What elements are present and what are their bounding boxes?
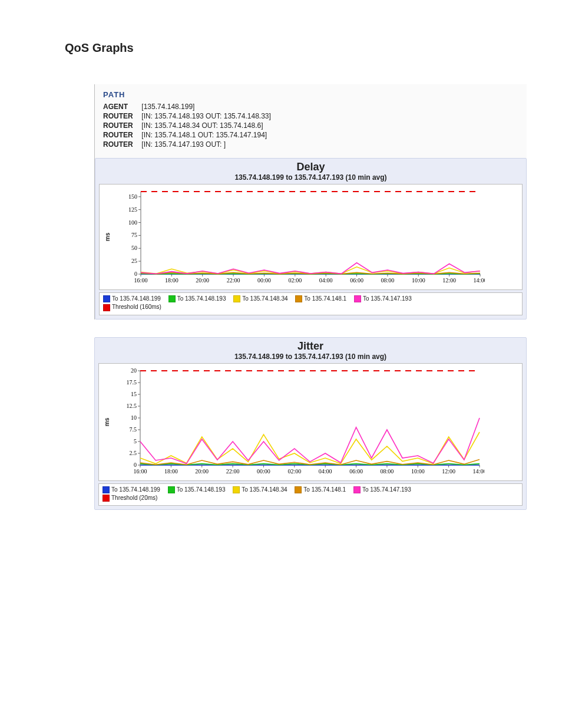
path-block: PATH AGENT [135.74.148.199] ROUTER [IN: … xyxy=(95,90,527,158)
svg-text:10: 10 xyxy=(131,414,137,421)
svg-text:08:00: 08:00 xyxy=(381,468,394,475)
delay-legend: To 135.74.148.199 To 135.74.148.193 To 1… xyxy=(99,292,523,315)
svg-text:10:00: 10:00 xyxy=(411,468,425,475)
legend-item: To 135.74.147.193 xyxy=(353,486,411,493)
legend-item: To 135.74.148.199 xyxy=(103,295,161,302)
svg-text:20: 20 xyxy=(131,367,137,374)
path-row: ROUTER [IN: 135.74.148.1 OUT: 135.74.147… xyxy=(103,131,518,139)
svg-text:10:00: 10:00 xyxy=(412,277,425,284)
page-title: QoS Graphs xyxy=(65,41,544,55)
svg-text:22:00: 22:00 xyxy=(226,468,240,475)
svg-text:150: 150 xyxy=(128,193,137,200)
path-heading: PATH xyxy=(103,90,518,99)
legend-item: To 135.74.148.34 xyxy=(233,295,287,302)
legend-item-threshold: Threshold (20ms) xyxy=(103,495,157,502)
jitter-chart-title: Jitter xyxy=(95,340,526,353)
svg-text:5: 5 xyxy=(134,438,137,444)
svg-text:12:00: 12:00 xyxy=(442,277,456,284)
svg-text:25: 25 xyxy=(131,258,137,264)
jitter-legend: To 135.74.148.199 To 135.74.148.193 To 1… xyxy=(98,483,523,506)
svg-text:15: 15 xyxy=(131,391,137,397)
delay-chart-title: Delay xyxy=(95,161,526,173)
svg-text:50: 50 xyxy=(131,245,137,251)
jitter-panel: Jitter 135.74.148.199 to 135.74.147.193 … xyxy=(94,337,527,510)
legend-item-threshold: Threshold (160ms) xyxy=(103,304,161,311)
svg-text:04:00: 04:00 xyxy=(319,468,332,475)
svg-text:12:00: 12:00 xyxy=(442,468,455,475)
legend-item: To 135.74.148.193 xyxy=(168,486,226,493)
jitter-ylabel: ms xyxy=(104,417,110,426)
svg-text:02:00: 02:00 xyxy=(288,277,302,284)
svg-text:7.5: 7.5 xyxy=(130,426,137,433)
legend-item: To 135.74.148.34 xyxy=(233,486,287,493)
svg-text:00:00: 00:00 xyxy=(257,277,271,284)
svg-text:75: 75 xyxy=(131,232,137,238)
delay-chart: Delay 135.74.148.199 to 135.74.147.193 (… xyxy=(95,158,527,319)
svg-text:20:00: 20:00 xyxy=(196,277,209,284)
jitter-chart-subtitle: 135.74.148.199 to 135.74.147.193 (10 min… xyxy=(95,353,526,361)
path-row: ROUTER [IN: 135.74.148.34 OUT: 135.74.14… xyxy=(103,121,518,130)
legend-item: To 135.74.148.1 xyxy=(295,486,346,493)
jitter-chart: Jitter 135.74.148.199 to 135.74.147.193 … xyxy=(94,337,527,510)
svg-text:14:00: 14:00 xyxy=(473,468,484,475)
legend-item: To 135.74.148.199 xyxy=(103,486,160,493)
svg-text:16:00: 16:00 xyxy=(134,468,147,475)
svg-text:125: 125 xyxy=(128,206,137,213)
delay-chart-subtitle: 135.74.148.199 to 135.74.147.193 (10 min… xyxy=(95,173,526,182)
svg-text:2.5: 2.5 xyxy=(130,450,137,456)
svg-text:16:00: 16:00 xyxy=(134,277,148,284)
svg-text:22:00: 22:00 xyxy=(227,277,240,284)
svg-text:18:00: 18:00 xyxy=(165,277,178,284)
delay-ylabel: ms xyxy=(104,233,111,241)
path-row: AGENT [135.74.148.199] xyxy=(103,103,518,111)
svg-text:12.5: 12.5 xyxy=(127,403,137,409)
svg-text:0: 0 xyxy=(134,462,137,468)
svg-text:00:00: 00:00 xyxy=(257,468,270,475)
legend-item: To 135.74.148.193 xyxy=(168,295,226,302)
legend-item: To 135.74.148.1 xyxy=(295,295,346,302)
svg-text:17.5: 17.5 xyxy=(127,379,137,386)
svg-text:08:00: 08:00 xyxy=(381,277,395,284)
svg-text:20:00: 20:00 xyxy=(195,468,209,475)
legend-item: To 135.74.147.193 xyxy=(354,295,412,302)
jitter-plot-area: ms 02.557.51012.51517.52016:0018:0020:00… xyxy=(98,363,523,481)
svg-text:0: 0 xyxy=(134,271,137,277)
svg-text:02:00: 02:00 xyxy=(287,468,301,475)
path-row: ROUTER [IN: 135.74.148.193 OUT: 135.74.1… xyxy=(103,112,518,120)
svg-text:14:00: 14:00 xyxy=(474,277,485,284)
svg-text:100: 100 xyxy=(128,219,137,226)
svg-text:06:00: 06:00 xyxy=(349,468,363,475)
graph-panel: PATH AGENT [135.74.148.199] ROUTER [IN: … xyxy=(94,84,527,319)
svg-text:06:00: 06:00 xyxy=(350,277,363,284)
path-row: ROUTER [IN: 135.74.147.193 OUT: ] xyxy=(103,140,518,149)
delay-plot-area: ms 025507510012515016:0018:0020:0022:000… xyxy=(99,184,523,290)
svg-text:18:00: 18:00 xyxy=(164,468,178,475)
svg-text:04:00: 04:00 xyxy=(319,277,333,284)
